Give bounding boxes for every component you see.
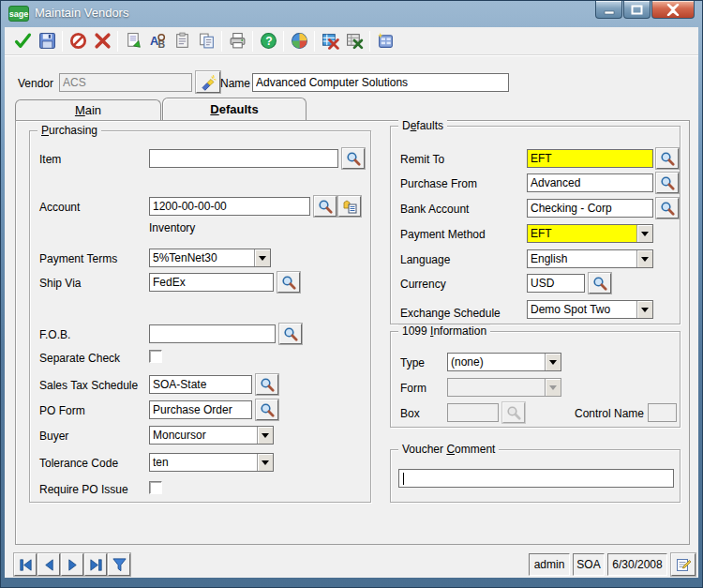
- last-record-button[interactable]: [84, 553, 107, 576]
- previous-record-button[interactable]: [37, 553, 60, 576]
- tab-defaults[interactable]: Defaults: [162, 98, 307, 120]
- sales-tax-input[interactable]: [149, 375, 252, 394]
- chart-button[interactable]: [287, 29, 311, 53]
- next-record-icon: [65, 557, 81, 573]
- close-button[interactable]: [651, 1, 695, 19]
- account-label: Account: [39, 201, 80, 214]
- notepad-pencil-icon: [675, 556, 692, 573]
- tab-defaults-label: Defaults: [210, 102, 258, 116]
- remit-to-lookup-button[interactable]: [656, 148, 679, 169]
- po-form-lookup-button[interactable]: [256, 400, 278, 420]
- find-button[interactable]: AB: [145, 29, 170, 53]
- print-button[interactable]: [225, 29, 249, 53]
- chevron-down-icon[interactable]: [636, 301, 652, 318]
- type-value: (none): [448, 355, 545, 369]
- new-document-button[interactable]: [121, 29, 145, 53]
- export-remove-button[interactable]: [318, 29, 342, 53]
- help-button[interactable]: ?: [256, 29, 280, 53]
- chevron-down-icon[interactable]: [636, 250, 652, 267]
- status-date: 6/30/2008: [607, 553, 667, 576]
- copy-button[interactable]: [194, 29, 218, 53]
- sales-tax-lookup-button[interactable]: [256, 374, 278, 395]
- account-input[interactable]: [149, 197, 310, 216]
- item-input[interactable]: [149, 149, 338, 168]
- vendor-lookup-button[interactable]: [196, 71, 220, 93]
- first-record-button[interactable]: [14, 553, 37, 576]
- buyer-select[interactable]: Moncursor: [149, 426, 274, 445]
- ship-via-lookup-button[interactable]: [277, 272, 300, 293]
- language-select[interactable]: English: [527, 249, 653, 268]
- magnifier-icon: [260, 377, 276, 393]
- notes-button[interactable]: [671, 553, 696, 576]
- voucher-comment-input[interactable]: [398, 469, 674, 488]
- exchange-schedule-label: Exchange Schedule: [400, 307, 501, 320]
- bank-account-input[interactable]: [527, 199, 653, 218]
- find-icon: AB: [149, 32, 167, 50]
- text-caret: [403, 473, 404, 485]
- type-label: Type: [400, 356, 425, 369]
- accept-button[interactable]: [10, 29, 35, 53]
- maximize-button[interactable]: [623, 1, 651, 19]
- box-lookup-button: [502, 402, 525, 423]
- titlebar[interactable]: sage Maintain Vendors: [1, 1, 702, 27]
- layout-button[interactable]: [373, 29, 397, 53]
- void-button[interactable]: [66, 29, 90, 53]
- payment-method-select[interactable]: EFT: [527, 224, 653, 243]
- payment-terms-select[interactable]: 5%TenNet30: [149, 249, 271, 267]
- filter-button[interactable]: [108, 553, 130, 576]
- item-lookup-button[interactable]: [342, 148, 365, 169]
- void-icon: [69, 32, 87, 50]
- next-record-button[interactable]: [61, 553, 83, 576]
- vendor-label: Vendor: [18, 77, 53, 90]
- export-excel-button[interactable]: [342, 29, 366, 53]
- magnifier-icon: [283, 326, 299, 342]
- purchase-from-lookup-button[interactable]: [656, 173, 679, 193]
- chevron-down-icon[interactable]: [636, 225, 652, 242]
- currency-lookup-button[interactable]: [589, 273, 611, 294]
- account-segments-icon: [342, 199, 358, 215]
- export-remove-icon: [322, 32, 339, 50]
- chevron-down-icon[interactable]: [545, 354, 561, 370]
- fob-lookup-button[interactable]: [279, 324, 302, 344]
- name-input[interactable]: [252, 73, 509, 92]
- type-select[interactable]: (none): [447, 353, 561, 371]
- layout-icon: [377, 32, 395, 50]
- account-segments-button[interactable]: [338, 196, 361, 217]
- magnifier-icon: [506, 405, 522, 421]
- delete-x-icon: [94, 32, 112, 50]
- account-lookup-button[interactable]: [314, 196, 337, 217]
- status-user: admin: [529, 553, 570, 576]
- po-form-input[interactable]: [149, 400, 252, 419]
- info-1099-legend: 1099 Information: [398, 324, 490, 338]
- purchase-from-input[interactable]: [527, 173, 653, 192]
- delete-button[interactable]: [90, 29, 114, 53]
- magnifier-icon: [281, 275, 297, 291]
- currency-label: Currency: [400, 278, 446, 291]
- separate-check-checkbox[interactable]: [149, 350, 162, 363]
- bank-account-lookup-button[interactable]: [656, 198, 679, 219]
- tab-main[interactable]: Main: [15, 99, 161, 120]
- form-select: [447, 378, 561, 397]
- status-company: SOA: [573, 553, 605, 576]
- currency-input[interactable]: [527, 274, 585, 293]
- tolerance-code-select[interactable]: ten: [149, 453, 274, 472]
- vendor-input[interactable]: [59, 73, 192, 92]
- language-label: Language: [400, 253, 450, 266]
- save-button[interactable]: [35, 29, 59, 53]
- fob-input[interactable]: [149, 324, 276, 343]
- chevron-down-icon[interactable]: [254, 249, 270, 266]
- minimize-button[interactable]: [595, 1, 622, 19]
- bank-account-label: Bank Account: [400, 203, 469, 216]
- require-po-checkbox[interactable]: [149, 481, 162, 494]
- toolbar-separator: [117, 31, 118, 52]
- remit-to-input[interactable]: [527, 149, 653, 168]
- memo-button[interactable]: [170, 29, 194, 53]
- chevron-down-icon[interactable]: [257, 454, 273, 471]
- sales-tax-label: Sales Tax Schedule: [39, 379, 138, 392]
- po-form-label: PO Form: [39, 404, 85, 417]
- ship-via-input[interactable]: [149, 273, 274, 292]
- chevron-down-icon[interactable]: [257, 427, 273, 444]
- chart-pie-icon: [291, 32, 308, 50]
- exchange-schedule-select[interactable]: Demo Spot Two: [527, 300, 653, 319]
- defaults-group: Defaults Remit To Purchase From Bank Acc…: [390, 126, 681, 324]
